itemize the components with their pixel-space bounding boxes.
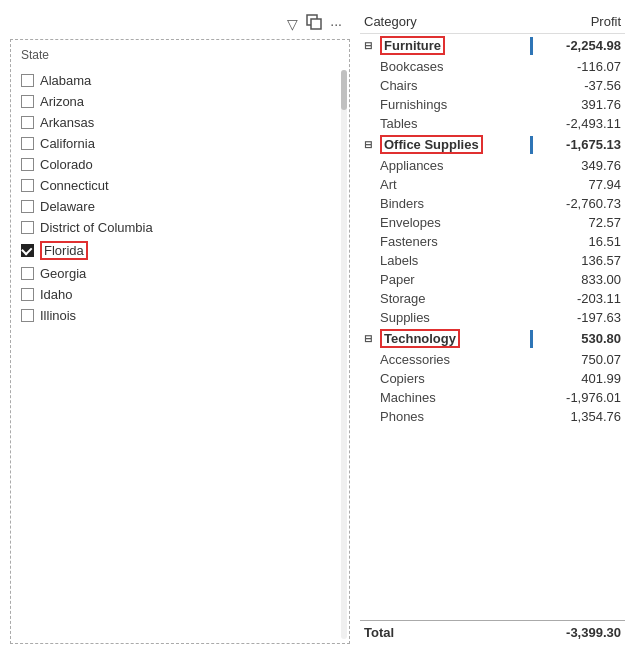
table-row: Art77.94 [360,175,625,194]
state-label: Colorado [40,157,93,172]
table-body: ⊟Furniture-2,254.98Bookcases-116.07Chair… [360,34,625,618]
sub-profit: -2,493.11 [535,116,625,131]
sub-category: Accessories [360,352,535,367]
main-container: ▽ ··· State AlabamaArizonaArkansasCalifo… [0,0,635,654]
group-row[interactable]: ⊟Technology530.80 [360,327,625,350]
state-item[interactable]: Colorado [21,154,339,175]
sub-profit: -1,976.01 [535,390,625,405]
sub-profit: 16.51 [535,234,625,249]
total-profit: -3,399.30 [535,625,625,640]
state-label: Florida [40,241,88,260]
sub-profit: 391.76 [535,97,625,112]
state-checkbox[interactable] [21,200,34,213]
state-label: Connecticut [40,178,109,193]
total-label: Total [360,625,535,640]
sub-category: Phones [360,409,535,424]
state-item[interactable]: Illinois [21,305,339,326]
sub-category: Appliances [360,158,535,173]
state-item[interactable]: Idaho [21,284,339,305]
state-label: Illinois [40,308,76,323]
state-label: Arizona [40,94,84,109]
blue-bar [530,330,533,348]
sub-profit: -197.63 [535,310,625,325]
table-row: Supplies-197.63 [360,308,625,327]
group-row[interactable]: ⊟Furniture-2,254.98 [360,34,625,57]
scrollbar-thumb[interactable] [341,70,347,110]
state-checkbox[interactable] [21,221,34,234]
state-checkbox[interactable] [21,267,34,280]
sub-category: Machines [360,390,535,405]
group-name: Office Supplies [380,135,483,154]
sub-profit: 72.57 [535,215,625,230]
state-checkbox[interactable] [21,116,34,129]
left-toolbar: ▽ ··· [10,10,350,37]
state-label: Alabama [40,73,91,88]
header-category: Category [360,14,535,29]
table-row: Accessories750.07 [360,350,625,369]
group-profit: -1,675.13 [535,137,625,152]
sub-category: Bookcases [360,59,535,74]
state-label: Idaho [40,287,73,302]
table-header: Category Profit [360,10,625,34]
header-profit: Profit [535,14,625,29]
table-row: Appliances349.76 [360,156,625,175]
state-checkbox[interactable] [21,137,34,150]
table-row: Tables-2,493.11 [360,114,625,133]
left-panel: ▽ ··· State AlabamaArizonaArkansasCalifo… [10,10,350,644]
state-item[interactable]: Alabama [21,70,339,91]
table-row: Bookcases-116.07 [360,57,625,76]
sub-profit: 349.76 [535,158,625,173]
sub-category: Paper [360,272,535,287]
state-item[interactable]: District of Columbia [21,217,339,238]
more-icon[interactable]: ··· [330,16,342,32]
state-item[interactable]: Connecticut [21,175,339,196]
state-checkbox[interactable] [21,244,34,257]
sub-category: Envelopes [360,215,535,230]
expand-icon[interactable]: ⊟ [364,40,376,51]
expand-icon[interactable]: ⊟ [364,333,376,344]
table-row: Storage-203.11 [360,289,625,308]
filter-label: State [21,48,339,62]
sub-profit: 77.94 [535,177,625,192]
sub-category: Art [360,177,535,192]
state-item[interactable]: California [21,133,339,154]
scrollbar-track[interactable] [341,70,347,639]
table-row: Machines-1,976.01 [360,388,625,407]
state-label: District of Columbia [40,220,153,235]
sub-profit: 1,354.76 [535,409,625,424]
state-checkbox[interactable] [21,179,34,192]
sub-profit: 750.07 [535,352,625,367]
state-item[interactable]: Arkansas [21,112,339,133]
export-icon[interactable] [306,14,322,33]
state-label: California [40,136,95,151]
sub-profit: -37.56 [535,78,625,93]
state-item[interactable]: Arizona [21,91,339,112]
state-list: AlabamaArizonaArkansasCaliforniaColorado… [21,70,339,326]
state-item[interactable]: Georgia [21,263,339,284]
group-row[interactable]: ⊟Office Supplies-1,675.13 [360,133,625,156]
total-row: Total -3,399.30 [360,620,625,644]
sub-profit: -203.11 [535,291,625,306]
state-item[interactable]: Florida [21,238,339,263]
state-checkbox[interactable] [21,288,34,301]
table-row: Paper833.00 [360,270,625,289]
filter-icon[interactable]: ▽ [287,16,298,32]
sub-category: Storage [360,291,535,306]
state-label: Arkansas [40,115,94,130]
expand-icon[interactable]: ⊟ [364,139,376,150]
blue-bar [530,136,533,154]
svg-rect-1 [311,19,321,29]
state-checkbox[interactable] [21,309,34,322]
state-item[interactable]: Delaware [21,196,339,217]
sub-category: Binders [360,196,535,211]
table-row: Fasteners16.51 [360,232,625,251]
sub-category: Copiers [360,371,535,386]
state-checkbox[interactable] [21,95,34,108]
state-checkbox[interactable] [21,158,34,171]
sub-profit: 401.99 [535,371,625,386]
blue-bar [530,37,533,55]
state-checkbox[interactable] [21,74,34,87]
right-panel: Category Profit ⊟Furniture-2,254.98Bookc… [360,10,625,644]
sub-category: Tables [360,116,535,131]
group-profit: 530.80 [535,331,625,346]
